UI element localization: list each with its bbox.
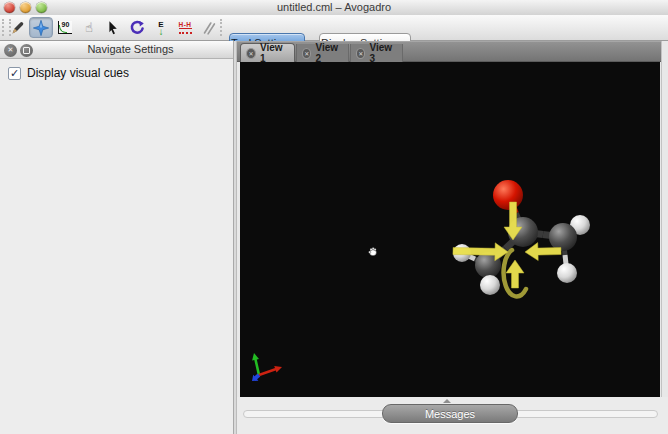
bottom-strip: Messages (237, 397, 668, 434)
rotate-icon (128, 19, 146, 37)
messages-button[interactable]: Messages (382, 404, 518, 423)
tab-close-icon[interactable]: ✕ (302, 48, 311, 59)
tool-toolbar: 90 ☝ E ↓ H-H (0, 15, 668, 41)
checkmark-icon: ✓ (10, 68, 19, 79)
tab-close-icon[interactable]: ✕ (246, 48, 256, 59)
titlebar[interactable]: untitled.cml – Avogadro (0, 0, 668, 15)
pencil-icon (8, 19, 26, 37)
gl-viewport[interactable] (240, 62, 660, 397)
dock-header[interactable]: ✕ Navigate Settings (0, 41, 233, 59)
tab-label: View 1 (260, 42, 287, 64)
manipulate-tool-button[interactable]: ☝ (77, 17, 101, 38)
auto-optimize-tool-button[interactable]: E ↓ (149, 17, 173, 38)
green-down-arrow-icon: ↓ (159, 28, 164, 35)
align-icon (200, 19, 218, 37)
view-tabbar: ✕ View 1 ✕ View 2 ✕ View 3 (237, 41, 662, 62)
measure-tool-button[interactable]: H-H (173, 17, 197, 38)
avogadro-window: untitled.cml – Avogadro 90 ☝ (0, 0, 668, 434)
align-tool-button[interactable] (197, 17, 221, 38)
collapse-caret-icon (443, 399, 451, 403)
window-edge (661, 41, 662, 397)
auto-rotate-tool-button[interactable] (125, 17, 149, 38)
dock-float-icon[interactable] (20, 44, 33, 57)
angle-90-icon: 90 (58, 21, 72, 34)
bond-centric-tool-button[interactable]: 90 (53, 17, 77, 38)
dock-close-icon[interactable]: ✕ (4, 44, 17, 57)
tab-label: View 3 (369, 42, 395, 64)
hand-icon: ☝ (85, 21, 93, 34)
display-visual-cues-row: ✓ Display visual cues (8, 66, 129, 80)
window-title: untitled.cml – Avogadro (0, 1, 668, 13)
draw-tool-button[interactable] (5, 17, 29, 38)
display-visual-cues-checkbox[interactable]: ✓ (8, 67, 21, 80)
selection-tool-button[interactable] (101, 17, 125, 38)
tab-view-2[interactable]: ✕ View 2 (296, 44, 349, 62)
tab-close-icon[interactable]: ✕ (356, 48, 365, 59)
toolbar-separator (220, 19, 222, 36)
dock-title: Navigate Settings (36, 43, 225, 55)
tab-view-3[interactable]: ✕ View 3 (350, 44, 403, 62)
tab-view-1[interactable]: ✕ View 1 (240, 43, 295, 62)
vertical-splitter[interactable] (233, 41, 237, 434)
navigate-tool-button[interactable] (29, 17, 53, 38)
tab-label: View 2 (315, 42, 341, 64)
optimize-icon: E ↓ (158, 21, 163, 35)
navigate-star-icon (32, 19, 50, 37)
display-visual-cues-label: Display visual cues (27, 66, 129, 80)
cursor-arrow-icon (104, 19, 122, 37)
molecule-scene (240, 62, 660, 397)
measure-icon: H-H (178, 21, 191, 34)
navigate-settings-dock: ✕ Navigate Settings ✓ Display visual cue… (0, 41, 233, 434)
